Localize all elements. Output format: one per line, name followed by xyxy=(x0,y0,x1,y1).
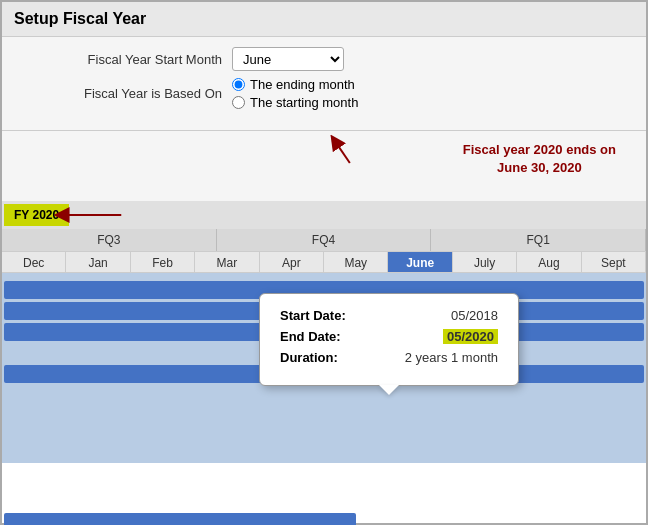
tooltip-duration-row: Duration: 2 years 1 month xyxy=(280,350,498,365)
fy-badge: FY 2020 xyxy=(4,204,69,226)
calendar-section: FY 2020 FQ3 FQ4 FQ1 Dec Jan Feb Mar A xyxy=(2,201,646,273)
tooltip: Start Date: 05/2018 End Date: 05/2020 Du… xyxy=(259,293,519,386)
start-month-control: June January February March April May Ju… xyxy=(232,47,344,71)
month-feb: Feb xyxy=(131,252,195,272)
fq1-cell: FQ1 xyxy=(431,229,646,251)
fq3-cell: FQ3 xyxy=(2,229,217,251)
radio-starting-row: The starting month xyxy=(232,95,358,110)
page-title: Setup Fiscal Year xyxy=(14,10,146,27)
tooltip-start-row: Start Date: 05/2018 xyxy=(280,308,498,323)
annotation-bubble: Fiscal year 2020 ends on June 30, 2020 xyxy=(463,141,616,177)
bars-section: Start Date: 05/2018 End Date: 05/2020 Du… xyxy=(2,273,646,463)
month-apr: Apr xyxy=(260,252,324,272)
lower-bars xyxy=(4,513,644,525)
radio-ending-label: The ending month xyxy=(250,77,355,92)
tooltip-end-label: End Date: xyxy=(280,329,341,344)
month-sept: Sept xyxy=(582,252,646,272)
main-container: Setup Fiscal Year Fiscal Year Start Mont… xyxy=(0,0,648,525)
based-on-row: Fiscal Year is Based On The ending month… xyxy=(22,77,626,110)
based-on-label: Fiscal Year is Based On xyxy=(22,86,222,101)
month-june: June xyxy=(388,252,452,272)
fy-row: FY 2020 xyxy=(2,201,646,229)
fq4-cell: FQ4 xyxy=(217,229,432,251)
tooltip-duration-value: 2 years 1 month xyxy=(405,350,498,365)
month-mar: Mar xyxy=(195,252,259,272)
tooltip-end-row: End Date: 05/2020 xyxy=(280,329,498,344)
radio-ending[interactable] xyxy=(232,78,245,91)
month-jan: Jan xyxy=(66,252,130,272)
radio-starting-label: The starting month xyxy=(250,95,358,110)
form-section: Fiscal Year Start Month June January Feb… xyxy=(2,37,646,131)
month-row: Dec Jan Feb Mar Apr May June July Aug Se… xyxy=(2,251,646,273)
tooltip-start-value: 05/2018 xyxy=(451,308,498,323)
bar-row-5 xyxy=(4,513,356,525)
fq-row: FQ3 FQ4 FQ1 xyxy=(2,229,646,251)
tooltip-duration-label: Duration: xyxy=(280,350,338,365)
svg-line-0 xyxy=(335,141,350,163)
annotation-section: Fiscal year 2020 ends on June 30, 2020 xyxy=(2,131,646,201)
month-july: July xyxy=(453,252,517,272)
fy-arrow xyxy=(2,201,646,229)
tooltip-start-label: Start Date: xyxy=(280,308,346,323)
tooltip-end-value: 05/2020 xyxy=(443,329,498,344)
month-select[interactable]: June January February March April May Ju… xyxy=(232,47,344,71)
month-may: May xyxy=(324,252,388,272)
start-month-label: Fiscal Year Start Month xyxy=(22,52,222,67)
radio-group: The ending month The starting month xyxy=(232,77,358,110)
header: Setup Fiscal Year xyxy=(2,2,646,37)
radio-ending-row: The ending month xyxy=(232,77,358,92)
radio-starting[interactable] xyxy=(232,96,245,109)
month-aug: Aug xyxy=(517,252,581,272)
start-month-row: Fiscal Year Start Month June January Feb… xyxy=(22,47,626,71)
month-dec: Dec xyxy=(2,252,66,272)
